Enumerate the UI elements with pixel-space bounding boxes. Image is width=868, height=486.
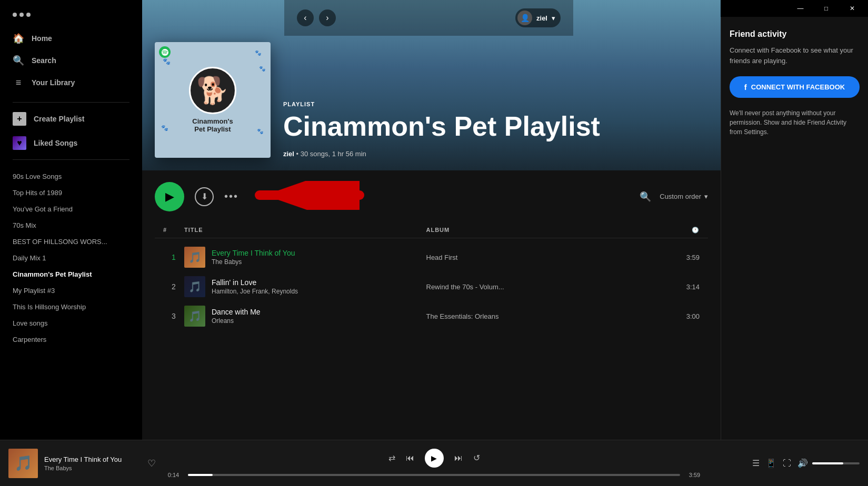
scrollable-content: 🐾 🐾 🐾 🐾 🐾 🐕 Cinammon's Pet Playlist PLAY… xyxy=(142,0,721,440)
play-pause-icon: ▶ xyxy=(431,454,437,462)
search-icon: 🔍 xyxy=(13,55,24,66)
volume-track[interactable] xyxy=(812,462,860,464)
controls-right: 🔍 Custom order ▾ xyxy=(640,191,708,202)
username: ziel xyxy=(536,14,547,22)
window-controls: — □ ✕ xyxy=(721,0,868,17)
download-icon: ⬇ xyxy=(201,191,208,201)
now-playing-thumbnail: 🎵 xyxy=(8,449,38,478)
user-menu-button[interactable]: 👤 ziel ▾ xyxy=(515,8,561,27)
track-row[interactable]: 2 🎵 Fallin' in Love Hamilton, Joe Frank,… xyxy=(155,272,708,301)
play-button-large[interactable]: ▶ xyxy=(155,182,184,211)
sort-arrow-icon: ▾ xyxy=(704,193,708,200)
cover-dog-image: 🐕 xyxy=(189,67,236,114)
track-name: Dance with Me xyxy=(212,308,261,316)
track-info: 🎵 Every Time I Think of You The Babys xyxy=(184,247,426,268)
facebook-icon: f xyxy=(744,83,747,92)
create-playlist-icon: + xyxy=(13,112,26,126)
next-button[interactable]: ⏭ xyxy=(454,453,463,463)
arrow-annotation xyxy=(249,181,365,212)
playlist-title: Cinammon's Pet Playlist xyxy=(283,112,708,141)
col-num-header: # xyxy=(163,227,184,234)
connect-facebook-label: CONNECT WITH FACEBOOK xyxy=(751,83,845,91)
fullscreen-button[interactable]: ⛶ xyxy=(783,459,791,468)
playlist-item[interactable]: Carpenters xyxy=(0,331,142,348)
minimize-button[interactable]: — xyxy=(789,1,812,16)
previous-button[interactable]: ⏮ xyxy=(406,453,414,463)
more-options-button[interactable]: ••• xyxy=(224,190,238,202)
logo-dot xyxy=(13,13,17,17)
spotify-badge xyxy=(159,46,171,58)
track-row[interactable]: 3 🎵 Dance with Me Orleans The Essentials… xyxy=(155,301,708,331)
playlist-item-active[interactable]: Cinammon's Pet Playlist xyxy=(0,266,142,282)
progress-track[interactable] xyxy=(188,474,680,476)
now-playing-artist: The Babys xyxy=(44,465,141,471)
maximize-button[interactable]: □ xyxy=(814,1,838,16)
track-name: Every Time I Think of You xyxy=(212,249,295,257)
track-row[interactable]: 1 🎵 Every Time I Think of You The Babys … xyxy=(155,242,708,272)
sidebar: 🏠 Home 🔍 Search ≡ Your Library + Create … xyxy=(0,0,142,440)
liked-songs-icon: ♥ xyxy=(13,136,26,150)
dropdown-icon: ▾ xyxy=(552,14,555,22)
logo-dot xyxy=(26,13,31,17)
track-artist: Orleans xyxy=(212,317,261,325)
volume-control: 🔊 xyxy=(797,458,860,468)
playlist-item[interactable]: Daily Mix 1 xyxy=(0,250,142,266)
volume-fill xyxy=(812,462,843,464)
track-thumbnail: 🎵 xyxy=(184,276,205,297)
close-button[interactable]: ✕ xyxy=(840,1,864,16)
now-playing-title: Every Time I Think of You xyxy=(44,455,141,463)
playlist-meta-info: 30 songs, 1 hr 56 min xyxy=(301,150,366,158)
content-area: ‹ › 👤 ziel ▾ 🐾 xyxy=(142,0,721,440)
playlist-item[interactable]: My Playlist #3 xyxy=(0,282,142,299)
logo-dot xyxy=(19,13,24,17)
track-album: The Essentials: Orleans xyxy=(426,312,669,320)
forward-button[interactable]: › xyxy=(319,9,336,26)
play-icon: ▶ xyxy=(165,190,174,204)
track-thumbnail: 🎵 xyxy=(184,247,205,268)
track-list: # TITLE ALBUM 🕐 1 🎵 Every Time I Think o… xyxy=(142,222,721,331)
sidebar-item-library[interactable]: ≡ Your Library xyxy=(0,72,142,94)
liked-songs-action[interactable]: ♥ Liked Songs xyxy=(0,131,142,155)
track-info: 🎵 Dance with Me Orleans xyxy=(184,306,426,327)
devices-button[interactable]: 📱 xyxy=(766,458,776,468)
back-button[interactable]: ‹ xyxy=(297,9,314,26)
track-info: 🎵 Fallin' in Love Hamilton, Joe Frank, R… xyxy=(184,276,426,297)
shuffle-button[interactable]: ⇄ xyxy=(388,453,395,463)
playlist-item[interactable]: This Is Hillsong Worship xyxy=(0,299,142,315)
track-number: 2 xyxy=(163,282,184,291)
sidebar-divider xyxy=(13,102,129,103)
playlist-item[interactable]: 90s Love Songs xyxy=(0,168,142,185)
sort-label: Custom order xyxy=(660,193,701,200)
app-logo xyxy=(0,4,142,23)
track-album: Head First xyxy=(426,254,669,261)
search-tracks-button[interactable]: 🔍 xyxy=(640,191,651,202)
volume-icon-button[interactable]: 🔊 xyxy=(797,458,808,468)
playlist-item[interactable]: Love songs xyxy=(0,315,142,331)
queue-button[interactable]: ☰ xyxy=(752,458,760,468)
repeat-button[interactable]: ↺ xyxy=(473,453,480,463)
track-number: 3 xyxy=(163,312,184,320)
sidebar-item-home[interactable]: 🏠 Home xyxy=(0,27,142,49)
play-pause-button[interactable]: ▶ xyxy=(425,449,444,468)
playlist-list: 90s Love Songs Top Hits of 1989 You've G… xyxy=(0,164,142,436)
create-playlist-action[interactable]: + Create Playlist xyxy=(0,107,142,131)
red-arrow xyxy=(249,181,365,210)
sort-button[interactable]: Custom order ▾ xyxy=(660,193,708,200)
progress-bar-container: 0:14 3:59 xyxy=(164,472,704,478)
nav-buttons: ‹ › xyxy=(297,9,336,26)
playlist-item[interactable]: 70s Mix xyxy=(0,217,142,234)
playlist-item[interactable]: You've Got a Friend xyxy=(0,201,142,217)
playlist-type-label: PLAYLIST xyxy=(283,101,708,107)
now-playing-info: 🎵 Every Time I Think of You The Babys ♡ xyxy=(8,449,156,478)
playlist-item[interactable]: Top Hits of 1989 xyxy=(0,185,142,201)
like-button[interactable]: ♡ xyxy=(147,458,156,469)
sidebar-item-search[interactable]: 🔍 Search xyxy=(0,49,142,72)
connect-facebook-button[interactable]: f CONNECT WITH FACEBOOK xyxy=(730,76,860,98)
track-text: Every Time I Think of You The Babys xyxy=(212,249,295,266)
playlist-item[interactable]: BEST OF HILLSONG WORS... xyxy=(0,234,142,250)
current-time: 0:14 xyxy=(164,472,183,478)
col-duration-header: 🕐 xyxy=(668,227,700,234)
friend-activity-note: We'll never post anything without your p… xyxy=(730,108,860,137)
download-button[interactable]: ⬇ xyxy=(195,187,214,206)
main-nav: 🏠 Home 🔍 Search ≡ Your Library xyxy=(0,23,142,98)
